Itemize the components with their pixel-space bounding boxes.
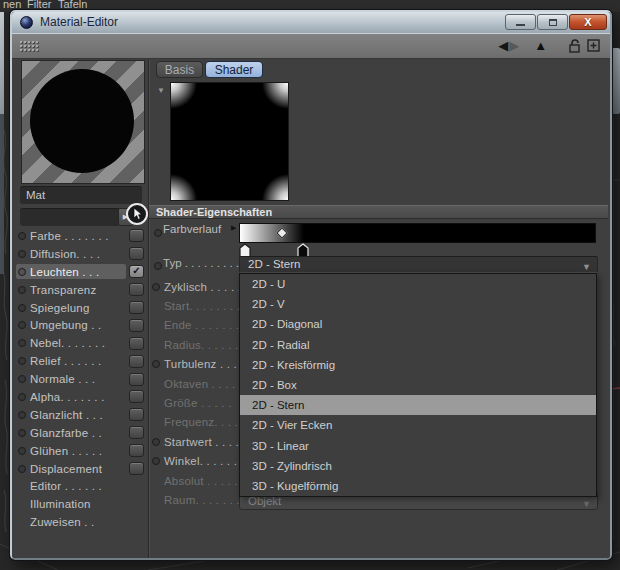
typ-dropdown[interactable]: 2D - Stern ▼ bbox=[239, 256, 598, 273]
channel-row-main[interactable]: Umgebung . . bbox=[16, 318, 126, 333]
dropdown-option[interactable]: 3D - Linear bbox=[240, 436, 596, 456]
channel-row[interactable]: Diffusion. . . . bbox=[16, 245, 144, 263]
channel-label: Illumination bbox=[30, 498, 91, 510]
toolbar: ◀ ▶ ▲ bbox=[12, 33, 610, 59]
gradient-bar[interactable] bbox=[239, 223, 596, 243]
channel-checkbox[interactable] bbox=[129, 337, 144, 350]
channel-circle-icon bbox=[18, 339, 26, 347]
channel-checkbox[interactable] bbox=[129, 301, 144, 314]
dropdown-option[interactable]: 3D - Kugelförmig bbox=[240, 476, 596, 496]
channel-row[interactable]: Spiegelung bbox=[16, 299, 144, 317]
dropdown-option[interactable]: 2D - U bbox=[240, 274, 596, 294]
channel-row[interactable]: Zuweisen . . bbox=[16, 513, 144, 531]
channel-label: Glanzlicht . . . bbox=[30, 409, 103, 421]
gradient-expander-icon[interactable]: ▶ bbox=[231, 224, 236, 232]
property-label: Ende . . . . . . . bbox=[164, 319, 239, 331]
channel-row-main[interactable]: Farbe . . . . . . . bbox=[16, 228, 126, 243]
property-label: Startwert . . . . bbox=[164, 436, 239, 448]
up-arrow-icon[interactable]: ▲ bbox=[534, 37, 547, 55]
tab-basis[interactable]: Basis bbox=[156, 61, 203, 78]
channel-row[interactable]: Leuchten . . .✓ bbox=[16, 263, 144, 281]
channel-row-main[interactable]: Alpha. . . . . . . bbox=[16, 389, 126, 404]
channel-checkbox[interactable] bbox=[129, 247, 144, 260]
history-forward-icon[interactable]: ▶ bbox=[509, 37, 519, 55]
gradient-editor bbox=[239, 223, 596, 259]
channel-row-main[interactable]: Diffusion. . . . bbox=[16, 246, 126, 261]
channel-row-main[interactable]: Nebel. . . . . . . bbox=[16, 336, 126, 351]
channel-row[interactable]: Nebel. . . . . . . bbox=[16, 334, 144, 352]
shader-link-input[interactable] bbox=[20, 208, 120, 226]
channel-checkbox[interactable] bbox=[129, 355, 144, 368]
material-name-input[interactable]: Mat bbox=[20, 186, 142, 204]
dropdown-option[interactable]: 2D - V bbox=[240, 294, 596, 314]
typ-value: 2D - Stern bbox=[248, 258, 300, 270]
dropdown-option[interactable]: 2D - Box bbox=[240, 375, 596, 395]
channel-circle-icon bbox=[18, 304, 26, 312]
checkmark-icon: ✓ bbox=[130, 264, 143, 277]
channel-row-main[interactable]: Zuweisen . . bbox=[16, 515, 144, 530]
channel-row[interactable]: Illumination bbox=[16, 495, 144, 513]
shader-preview[interactable] bbox=[170, 82, 289, 201]
editor-content: Mat ▶ Farbe . . . . . . .Diffusion. . . … bbox=[12, 59, 610, 558]
channel-row[interactable]: Umgebung . . bbox=[16, 316, 144, 334]
history-back-icon[interactable]: ◀ bbox=[498, 37, 508, 55]
dropdown-option[interactable]: 2D - Vier Ecken bbox=[240, 415, 596, 435]
channel-row-main[interactable]: Transparenz bbox=[16, 282, 126, 297]
add-icon[interactable] bbox=[587, 39, 601, 53]
channel-row[interactable]: Farbe . . . . . . . bbox=[16, 227, 144, 245]
dropdown-option[interactable]: 2D - Stern bbox=[240, 395, 596, 415]
dropdown-option[interactable]: 2D - Kreisförmig bbox=[240, 355, 596, 375]
channel-checkbox[interactable] bbox=[129, 390, 144, 403]
channel-circle-icon bbox=[18, 250, 26, 258]
channel-row[interactable]: Glanzlicht . . . bbox=[16, 406, 144, 424]
channel-row-main[interactable]: Displacement bbox=[16, 461, 126, 476]
channel-row-main[interactable]: Spiegelung bbox=[16, 300, 126, 315]
minimize-button[interactable] bbox=[505, 14, 536, 30]
channel-row-main[interactable]: Editor . . . . . . bbox=[16, 479, 144, 494]
channel-checkbox[interactable] bbox=[129, 283, 144, 296]
channel-checkbox[interactable] bbox=[129, 462, 144, 475]
titlebar[interactable]: Material-Editor X bbox=[12, 12, 610, 34]
channel-checkbox[interactable] bbox=[129, 319, 144, 332]
channel-row-main[interactable]: Leuchten . . . bbox=[16, 264, 126, 279]
typ-label: Typ . . . . . . . . . bbox=[163, 257, 239, 269]
channel-circle-icon bbox=[18, 411, 26, 419]
channel-row-main[interactable]: Glanzfarbe . . bbox=[16, 425, 126, 440]
dropdown-option[interactable]: 2D - Radial bbox=[240, 335, 596, 355]
maximize-button[interactable] bbox=[537, 14, 568, 30]
channel-label: Spiegelung bbox=[30, 302, 90, 314]
property-row: Startwert . . . . bbox=[152, 432, 248, 451]
lock-open-icon[interactable] bbox=[568, 38, 581, 54]
window-controls: X bbox=[505, 14, 607, 30]
channel-label: Leuchten . . . bbox=[30, 266, 99, 278]
channel-checkbox[interactable] bbox=[129, 229, 144, 242]
channel-row-main[interactable]: Relief . . . . . . bbox=[16, 354, 126, 369]
channel-row[interactable]: Normale . . . bbox=[16, 370, 144, 388]
dropdown-option[interactable]: 2D - Diagonal bbox=[240, 314, 596, 334]
channel-row[interactable]: Alpha. . . . . . . bbox=[16, 388, 144, 406]
property-circle-icon bbox=[152, 438, 160, 446]
channel-checkbox[interactable] bbox=[129, 408, 144, 421]
dropdown-option[interactable]: 3D - Zylindrisch bbox=[240, 456, 596, 476]
channel-checkbox[interactable] bbox=[129, 426, 144, 439]
channel-checkbox[interactable]: ✓ bbox=[129, 265, 144, 278]
channel-checkbox[interactable] bbox=[129, 373, 144, 386]
channel-row-main[interactable]: Glühen . . . . . bbox=[16, 443, 126, 458]
channel-row[interactable]: Displacement bbox=[16, 460, 144, 478]
channel-row[interactable]: Editor . . . . . . bbox=[16, 477, 144, 495]
drag-handle[interactable] bbox=[19, 40, 39, 53]
tab-shader[interactable]: Shader bbox=[205, 61, 263, 78]
channel-row-main[interactable]: Glanzlicht . . . bbox=[16, 407, 126, 422]
material-preview[interactable] bbox=[21, 60, 145, 184]
collapse-triangle-icon[interactable]: ▼ bbox=[157, 86, 165, 95]
channel-row-main[interactable]: Illumination bbox=[16, 497, 144, 512]
channel-row[interactable]: Glanzfarbe . . bbox=[16, 424, 144, 442]
property-label: Größe . . . . . bbox=[164, 397, 232, 409]
close-button[interactable]: X bbox=[569, 14, 607, 30]
material-pick-button[interactable] bbox=[126, 203, 148, 225]
channel-checkbox[interactable] bbox=[129, 444, 144, 457]
channel-row[interactable]: Glühen . . . . . bbox=[16, 442, 144, 460]
channel-row[interactable]: Transparenz bbox=[16, 281, 144, 299]
channel-row-main[interactable]: Normale . . . bbox=[16, 372, 126, 387]
channel-row[interactable]: Relief . . . . . . bbox=[16, 352, 144, 370]
